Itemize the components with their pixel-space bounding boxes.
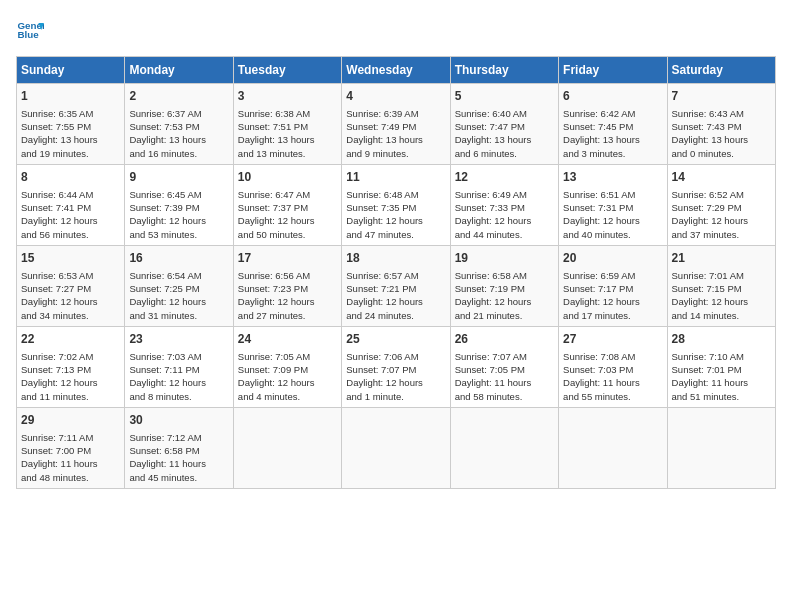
calendar-cell [667,407,775,488]
day-info: Sunrise: 6:37 AM Sunset: 7:53 PM Dayligh… [129,107,228,160]
day-info: Sunrise: 7:12 AM Sunset: 6:58 PM Dayligh… [129,431,228,484]
calendar-cell: 15Sunrise: 6:53 AM Sunset: 7:27 PM Dayli… [17,245,125,326]
calendar-cell [559,407,667,488]
header: General Blue [16,16,776,44]
calendar-week-row: 15Sunrise: 6:53 AM Sunset: 7:27 PM Dayli… [17,245,776,326]
calendar-cell: 3Sunrise: 6:38 AM Sunset: 7:51 PM Daylig… [233,84,341,165]
day-number: 14 [672,169,771,186]
day-number: 25 [346,331,445,348]
calendar-cell: 28Sunrise: 7:10 AM Sunset: 7:01 PM Dayli… [667,326,775,407]
calendar-cell: 20Sunrise: 6:59 AM Sunset: 7:17 PM Dayli… [559,245,667,326]
calendar-cell: 26Sunrise: 7:07 AM Sunset: 7:05 PM Dayli… [450,326,558,407]
day-number: 5 [455,88,554,105]
day-number: 27 [563,331,662,348]
calendar-cell [450,407,558,488]
day-number: 23 [129,331,228,348]
calendar-cell: 6Sunrise: 6:42 AM Sunset: 7:45 PM Daylig… [559,84,667,165]
day-info: Sunrise: 6:38 AM Sunset: 7:51 PM Dayligh… [238,107,337,160]
calendar-cell: 12Sunrise: 6:49 AM Sunset: 7:33 PM Dayli… [450,164,558,245]
calendar-cell: 29Sunrise: 7:11 AM Sunset: 7:00 PM Dayli… [17,407,125,488]
day-number: 9 [129,169,228,186]
day-info: Sunrise: 6:35 AM Sunset: 7:55 PM Dayligh… [21,107,120,160]
day-info: Sunrise: 7:11 AM Sunset: 7:00 PM Dayligh… [21,431,120,484]
day-info: Sunrise: 6:40 AM Sunset: 7:47 PM Dayligh… [455,107,554,160]
day-info: Sunrise: 6:43 AM Sunset: 7:43 PM Dayligh… [672,107,771,160]
calendar-cell: 18Sunrise: 6:57 AM Sunset: 7:21 PM Dayli… [342,245,450,326]
day-info: Sunrise: 6:45 AM Sunset: 7:39 PM Dayligh… [129,188,228,241]
day-info: Sunrise: 7:06 AM Sunset: 7:07 PM Dayligh… [346,350,445,403]
calendar-cell: 27Sunrise: 7:08 AM Sunset: 7:03 PM Dayli… [559,326,667,407]
day-info: Sunrise: 6:39 AM Sunset: 7:49 PM Dayligh… [346,107,445,160]
calendar-cell: 2Sunrise: 6:37 AM Sunset: 7:53 PM Daylig… [125,84,233,165]
day-number: 8 [21,169,120,186]
calendar-cell [233,407,341,488]
day-info: Sunrise: 7:07 AM Sunset: 7:05 PM Dayligh… [455,350,554,403]
calendar-cell: 21Sunrise: 7:01 AM Sunset: 7:15 PM Dayli… [667,245,775,326]
day-info: Sunrise: 6:51 AM Sunset: 7:31 PM Dayligh… [563,188,662,241]
day-number: 17 [238,250,337,267]
calendar-cell: 16Sunrise: 6:54 AM Sunset: 7:25 PM Dayli… [125,245,233,326]
calendar-cell: 14Sunrise: 6:52 AM Sunset: 7:29 PM Dayli… [667,164,775,245]
calendar-header-row: SundayMondayTuesdayWednesdayThursdayFrid… [17,57,776,84]
day-info: Sunrise: 7:01 AM Sunset: 7:15 PM Dayligh… [672,269,771,322]
col-header-saturday: Saturday [667,57,775,84]
day-number: 15 [21,250,120,267]
day-info: Sunrise: 6:56 AM Sunset: 7:23 PM Dayligh… [238,269,337,322]
col-header-monday: Monday [125,57,233,84]
day-info: Sunrise: 6:58 AM Sunset: 7:19 PM Dayligh… [455,269,554,322]
day-number: 28 [672,331,771,348]
day-number: 16 [129,250,228,267]
calendar-body: 1Sunrise: 6:35 AM Sunset: 7:55 PM Daylig… [17,84,776,489]
calendar-week-row: 1Sunrise: 6:35 AM Sunset: 7:55 PM Daylig… [17,84,776,165]
calendar-cell: 11Sunrise: 6:48 AM Sunset: 7:35 PM Dayli… [342,164,450,245]
day-number: 21 [672,250,771,267]
calendar-cell: 10Sunrise: 6:47 AM Sunset: 7:37 PM Dayli… [233,164,341,245]
calendar-cell: 5Sunrise: 6:40 AM Sunset: 7:47 PM Daylig… [450,84,558,165]
day-info: Sunrise: 6:52 AM Sunset: 7:29 PM Dayligh… [672,188,771,241]
day-number: 26 [455,331,554,348]
calendar-cell: 7Sunrise: 6:43 AM Sunset: 7:43 PM Daylig… [667,84,775,165]
day-info: Sunrise: 6:53 AM Sunset: 7:27 PM Dayligh… [21,269,120,322]
day-info: Sunrise: 6:42 AM Sunset: 7:45 PM Dayligh… [563,107,662,160]
col-header-wednesday: Wednesday [342,57,450,84]
calendar-cell: 25Sunrise: 7:06 AM Sunset: 7:07 PM Dayli… [342,326,450,407]
day-info: Sunrise: 7:03 AM Sunset: 7:11 PM Dayligh… [129,350,228,403]
day-number: 18 [346,250,445,267]
col-header-sunday: Sunday [17,57,125,84]
day-number: 19 [455,250,554,267]
day-number: 3 [238,88,337,105]
calendar-cell: 4Sunrise: 6:39 AM Sunset: 7:49 PM Daylig… [342,84,450,165]
day-info: Sunrise: 6:47 AM Sunset: 7:37 PM Dayligh… [238,188,337,241]
day-info: Sunrise: 6:44 AM Sunset: 7:41 PM Dayligh… [21,188,120,241]
day-number: 4 [346,88,445,105]
calendar-cell: 30Sunrise: 7:12 AM Sunset: 6:58 PM Dayli… [125,407,233,488]
day-info: Sunrise: 6:59 AM Sunset: 7:17 PM Dayligh… [563,269,662,322]
calendar-week-row: 8Sunrise: 6:44 AM Sunset: 7:41 PM Daylig… [17,164,776,245]
day-info: Sunrise: 7:05 AM Sunset: 7:09 PM Dayligh… [238,350,337,403]
day-number: 6 [563,88,662,105]
calendar-cell: 1Sunrise: 6:35 AM Sunset: 7:55 PM Daylig… [17,84,125,165]
calendar-cell: 24Sunrise: 7:05 AM Sunset: 7:09 PM Dayli… [233,326,341,407]
day-info: Sunrise: 6:57 AM Sunset: 7:21 PM Dayligh… [346,269,445,322]
calendar-week-row: 29Sunrise: 7:11 AM Sunset: 7:00 PM Dayli… [17,407,776,488]
calendar-cell: 9Sunrise: 6:45 AM Sunset: 7:39 PM Daylig… [125,164,233,245]
day-number: 20 [563,250,662,267]
calendar-week-row: 22Sunrise: 7:02 AM Sunset: 7:13 PM Dayli… [17,326,776,407]
logo-icon: General Blue [16,16,44,44]
day-number: 2 [129,88,228,105]
day-number: 12 [455,169,554,186]
day-info: Sunrise: 7:10 AM Sunset: 7:01 PM Dayligh… [672,350,771,403]
day-number: 1 [21,88,120,105]
day-info: Sunrise: 6:49 AM Sunset: 7:33 PM Dayligh… [455,188,554,241]
calendar-table: SundayMondayTuesdayWednesdayThursdayFrid… [16,56,776,489]
day-info: Sunrise: 6:54 AM Sunset: 7:25 PM Dayligh… [129,269,228,322]
calendar-cell: 13Sunrise: 6:51 AM Sunset: 7:31 PM Dayli… [559,164,667,245]
col-header-tuesday: Tuesday [233,57,341,84]
col-header-thursday: Thursday [450,57,558,84]
svg-text:Blue: Blue [17,29,39,40]
day-number: 22 [21,331,120,348]
day-number: 13 [563,169,662,186]
calendar-cell [342,407,450,488]
day-info: Sunrise: 7:08 AM Sunset: 7:03 PM Dayligh… [563,350,662,403]
day-info: Sunrise: 7:02 AM Sunset: 7:13 PM Dayligh… [21,350,120,403]
